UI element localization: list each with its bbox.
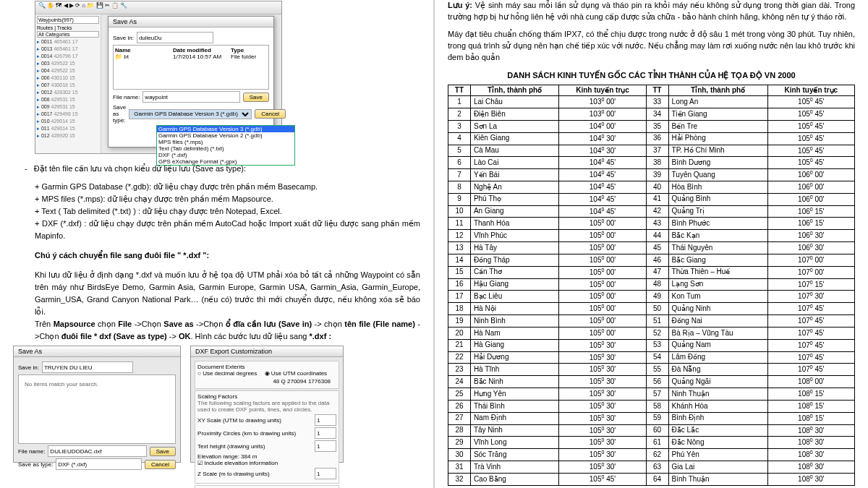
screenshot-dxf-export: DXF Export Customization Document Extent…: [190, 346, 344, 463]
screenshot-saveas-1: 🔍 ✋ 🗺 ◀ ▶ ⟳ ⌂ 📁 💾 ✂ 📋 🔧 Waypoints(997) R…: [35, 1, 282, 154]
cancel-button-2[interactable]: Cancel: [145, 460, 176, 469]
dxf-note: Khi lưu dữ liệu ở định dạng *.dxf và muố…: [35, 269, 420, 318]
right-page: Lưu ý: Vệ sinh máy sau mỗi lần sử dụng v…: [435, 0, 868, 488]
left-page: 🔍 ✋ 🗺 ◀ ▶ ⟳ ⌂ 📁 💾 ✂ 📋 🔧 Waypoints(997) R…: [0, 0, 433, 488]
saveastype-2[interactable]: [56, 458, 142, 470]
saveastype-select[interactable]: Garmin GPS Database Version 3 (*.gdb): [129, 109, 252, 119]
dxf-steps: Trên Mapsource chọn File ->Chọn Save as …: [35, 318, 420, 343]
cb-elevation[interactable]: ☑ Include elevation information: [197, 460, 278, 466]
cancel-button[interactable]: Cancel: [255, 109, 286, 119]
save-button-2[interactable]: Save: [150, 447, 176, 456]
savein-input-2[interactable]: [42, 361, 133, 373]
dialog-title: Save As: [109, 17, 273, 27]
side-header: Waypoints(997): [37, 16, 99, 24]
waypoint-rows: ▸ 0011 465461 17▸ 0013 465461 17▸ 0014 4…: [35, 38, 101, 140]
note-1: Lưu ý: Vệ sinh máy sau mỗi lần sử dụng v…: [448, 0, 855, 23]
page: 🔍 ✋ 🗺 ◀ ▶ ⟳ ⌂ 📁 💾 ✂ 📋 🔧 Waypoints(997) R…: [0, 0, 868, 488]
note-2: Máy đạt tiêu chuẩn chống thấm IPX7, có t…: [448, 29, 855, 64]
radio-utm[interactable]: ◉ Use UTM coordinates: [265, 370, 328, 377]
category-select[interactable]: All Categories: [37, 31, 99, 38]
waypoint-sidepane: Waypoints(997) Routes | Tracks All Categ…: [35, 14, 101, 153]
savein-input[interactable]: [137, 32, 213, 43]
saveastype-dropdown[interactable]: Garmin GPS Database Version 3 (*.gdb)Gar…: [156, 125, 295, 166]
radio-decimal[interactable]: ○ Use decimal degrees: [197, 370, 257, 377]
filename-input[interactable]: [142, 91, 239, 103]
heading-dxf: Chú ý cách chuyển file sang đuôi file " …: [35, 249, 420, 262]
table-title: DANH SÁCH KINH TUYẾN GỐC CÁC TỈNH THÀNH …: [448, 71, 855, 80]
meridian-table: TTTỉnh, thành phốKinh tuyến trụcTTTỉnh, …: [448, 85, 855, 486]
side-tabs: Routes | Tracks: [37, 25, 99, 30]
filename-input-2[interactable]: [48, 445, 146, 457]
saveas-dialog: Save As Save in: NameDate modifiedType 📁…: [108, 16, 274, 147]
screenshot-saveas-2: Save As Save in: No items match your sea…: [13, 346, 181, 463]
save-button[interactable]: Save: [243, 93, 269, 102]
app-toolbar: 🔍 ✋ 🗺 ◀ ▶ ⟳ ⌂ 📁 💾 ✂ 📋 🔧: [35, 1, 281, 14]
format-list: + Garmin GPS Database (*.gdb): dữ liệu c…: [35, 181, 420, 242]
